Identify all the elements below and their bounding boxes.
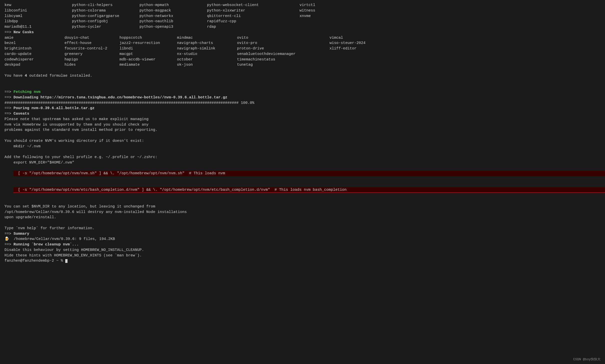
empty-6 [4,198,600,204]
cell: rdap [207,24,300,30]
caveat-3: problems against the standard nvm instal… [4,127,600,133]
cell: python-xlsxwriter [207,8,300,13]
cell: libdpp [4,19,72,24]
cell: python-websocket-client [207,2,300,8]
cell: python-colorama [72,8,140,13]
cell: python-networkx [140,13,207,19]
cell: python-cycler [72,24,140,30]
terminal: kew python-cli-helpers python-mpmath pyt… [4,2,600,264]
cell: libconfini [4,8,72,13]
mkdir-cmd: mkdir ~/.nvm [4,144,600,149]
cask-row-4: cardo-update greenery macgpt nx-studio s… [4,51,600,57]
summary-header: ==> Summary [4,231,600,237]
new-casks-header: ==> New Casks [4,30,600,35]
cell [300,19,350,24]
summary-detail: 🍺 /homebrew/Cellar/nvm/0.39.6: 9 files, … [4,236,600,242]
nvmdir-1: You can set $NVM_DIR to any location, bu… [4,204,600,209]
pkg-row-4: libdpp python-configobj python-oauthlib … [4,19,600,24]
cleanup-hint-2: Hide these hints with HOMEBREW_NO_ENV_HI… [4,253,600,258]
cell: kew [4,2,72,8]
downloading-line: ==> Downloading https://mirrors.tuna.tsi… [4,95,600,100]
empty-2 [4,79,600,84]
caveat-2: nvm via Homebrew is unsupported by them … [4,122,600,128]
empty-5 [4,149,600,155]
help-line: Type `nvm help` for further information. [4,226,600,231]
cell [300,24,350,30]
pkg-row-2: libconfini python-colorama python-msgpac… [4,8,600,13]
prompt-line[interactable]: fanzhen@fanzhendembp-2 ~ % [4,258,600,264]
empty-1 [4,68,600,73]
cask-row-5: codewhisperer hapigo mdb-accdb-viewer oc… [4,57,600,62]
cell: qbittorrent-cli [207,13,300,19]
nvmdir-2: /opt/homebrew/Cellar/nvm/0.39.6 will des… [4,209,600,215]
cell: python-openapi3 [140,24,207,30]
caveats-line: ==> Caveats [4,111,600,117]
watermark: CSDN @boy快快大 [573,357,600,362]
cask-row-1: amie douyin-chat hoppscotch mindmac ovit… [4,35,600,41]
nvm-source-line: [ -s "/opt/homebrew/opt/nvm/nvm.sh" ] &&… [4,166,600,182]
cell: witness [300,8,350,13]
empty-7 [4,220,600,226]
cell: xnvme [300,13,350,19]
empty-4 [4,133,600,138]
pkg-row-5: mariadb@11.1 python-cycler python-openap… [4,24,600,30]
mkdir-intro: You should create NVM's working director… [4,138,600,144]
cursor [65,259,68,263]
cask-row-6: deskpad hides mediamate ok-json tunetag [4,62,600,68]
fetching-line: ==> Fetching nvm [4,89,600,95]
cell: python-oauthlib [140,19,207,24]
cell: rapidfuzz-cpp [207,19,300,24]
cask-row-2: bezel effect-house jazz2-resurrection na… [4,40,600,46]
progress-line: ########################################… [4,100,600,106]
pouring-line: ==> Pouring nvm-0.39.6.all.bottle.tar.gz [4,106,600,111]
cell: mariadb@11.1 [4,24,72,30]
caveat-1: Please note that upstream has asked us t… [4,117,600,122]
cell: python-cli-helpers [72,2,140,8]
cell: libcyaml [4,13,72,19]
export-cmd: export NVM_DIR="$HOME/.nvm" [4,160,600,166]
nvmdir-3: upon upgrade/reinstall. [4,215,600,220]
cask-row-3: brightintosh focusrite-control-2 libndi … [4,46,600,51]
cleanup-hint-1: Disable this behaviour by setting HOMEBR… [4,247,600,253]
nvm-completion-line: [ -s "/opt/homebrew/opt/nvm/etc/bash_com… [4,182,600,198]
cell: python-mpmath [140,2,207,8]
cell: virtctl [300,2,350,8]
cell: python-msgpack [140,8,207,13]
outdated-msg: You have 4 outdated formulae installed. [4,73,600,79]
pkg-row-1: kew python-cli-helpers python-mpmath pyt… [4,2,600,8]
cleanup-line: ==> Running `brew cleanup nvm`... [4,242,600,247]
empty-3 [4,84,600,89]
cell: python-configobj [72,19,140,24]
cell: python-configargparse [72,13,140,19]
shell-intro: Add the following to your shell profile … [4,155,600,160]
pkg-row-3: libcyaml python-configargparse python-ne… [4,13,600,19]
